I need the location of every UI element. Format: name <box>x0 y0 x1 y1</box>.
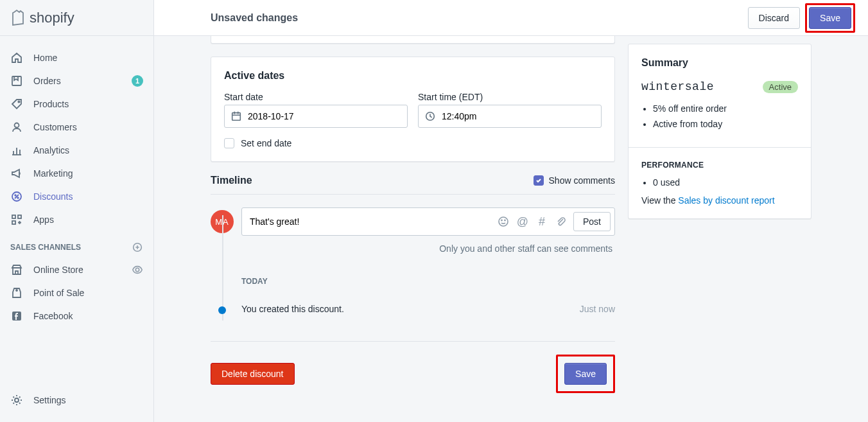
summary-title: Summary <box>641 57 798 69</box>
orders-badge: 1 <box>132 75 143 87</box>
timeline-day-label: TODAY <box>241 254 615 296</box>
main: Unsaved changes Discard Save Active date… <box>154 0 868 422</box>
comment-input[interactable] <box>250 216 496 227</box>
start-time-field[interactable] <box>442 105 601 127</box>
comment-compose[interactable]: @ # Post <box>241 207 615 236</box>
svg-point-16 <box>499 217 508 226</box>
customers-icon <box>10 121 23 134</box>
analytics-icon <box>10 144 23 157</box>
svg-point-11 <box>16 290 17 291</box>
show-comments-toggle[interactable]: Show comments <box>534 175 615 186</box>
start-date-label: Start date <box>224 92 408 102</box>
svg-point-18 <box>505 220 505 220</box>
show-comments-checkbox[interactable] <box>534 175 544 186</box>
discounts-icon <box>10 190 23 203</box>
show-comments-label: Show comments <box>549 175 615 186</box>
timeline-section: Timeline Show comments MA <box>211 162 615 326</box>
brand-name: shopify <box>30 10 74 26</box>
start-date-input[interactable] <box>224 105 408 128</box>
home-icon <box>10 51 23 64</box>
nav-label: Customers <box>33 122 77 132</box>
svg-point-1 <box>18 101 19 102</box>
start-date-field[interactable] <box>248 105 407 127</box>
discount-code-name: wintersale <box>641 80 714 93</box>
online-store-icon <box>10 263 23 276</box>
brand-logo: shopify <box>0 0 153 36</box>
svg-rect-14 <box>232 113 241 121</box>
nav-label: Products <box>33 99 69 109</box>
nav-label: Facebook <box>33 311 73 321</box>
orders-icon <box>10 75 23 87</box>
svg-point-10 <box>135 268 139 271</box>
nav-online-store[interactable]: Online Store <box>0 258 153 281</box>
previous-card-stub <box>211 36 615 44</box>
nav-facebook[interactable]: Facebook <box>0 304 153 328</box>
save-highlight-top: Save <box>805 3 855 33</box>
save-button-bottom[interactable]: Save <box>564 363 607 385</box>
add-channel-icon[interactable] <box>132 242 143 253</box>
view-store-icon[interactable] <box>132 264 143 276</box>
svg-point-4 <box>15 195 16 196</box>
header-actions: Discard Save <box>748 3 855 33</box>
nav-label: Point of Sale <box>33 288 84 298</box>
timeline-event: You created this discount. Just now <box>241 296 615 326</box>
summary-panel: Summary wintersale Active 5% off entire … <box>628 36 812 219</box>
active-dates-title: Active dates <box>224 70 602 82</box>
mention-icon[interactable]: @ <box>516 215 530 229</box>
nav-orders[interactable]: Orders 1 <box>0 69 153 92</box>
primary-nav: Home Orders 1 Products Customers Analyti… <box>0 36 153 383</box>
nav-apps[interactable]: Apps <box>0 208 153 231</box>
marketing-icon <box>10 167 23 180</box>
performance-bullets: 0 used <box>641 177 798 188</box>
post-button[interactable]: Post <box>573 212 611 231</box>
timeline-title: Timeline <box>211 175 252 186</box>
start-time-label: Start time (EDT) <box>418 92 602 102</box>
svg-rect-8 <box>12 221 15 224</box>
nav-label: Orders <box>33 76 61 86</box>
start-time-input[interactable] <box>418 105 602 128</box>
discard-button[interactable]: Discard <box>748 7 800 29</box>
comment-hint: Only you and other staff can see comment… <box>211 240 615 254</box>
save-button-top[interactable]: Save <box>809 7 851 29</box>
nav-footer: Settings <box>0 383 153 422</box>
set-end-date-checkbox[interactable] <box>224 138 234 148</box>
nav-analytics[interactable]: Analytics <box>0 139 153 162</box>
nav-marketing[interactable]: Marketing <box>0 162 153 185</box>
nav-discounts[interactable]: Discounts <box>0 185 153 208</box>
timeline-event-time: Just now <box>580 304 615 314</box>
sales-report-link[interactable]: Sales by discount report <box>678 195 774 206</box>
svg-rect-6 <box>12 215 15 218</box>
report-link-row: View the Sales by discount report <box>641 195 798 206</box>
products-icon <box>10 98 23 110</box>
settings-icon <box>10 394 23 407</box>
calendar-icon <box>225 110 248 122</box>
svg-point-2 <box>15 123 19 128</box>
sidebar: shopify Home Orders 1 Products Customers <box>0 0 154 422</box>
nav-products[interactable]: Products <box>0 92 153 116</box>
summary-bullet: Active from today <box>653 119 798 129</box>
shopify-icon <box>10 9 26 27</box>
nav-customers[interactable]: Customers <box>0 116 153 139</box>
delete-discount-button[interactable]: Delete discount <box>211 363 295 385</box>
hashtag-icon[interactable]: # <box>535 215 549 229</box>
page-content: Active dates Start date <box>154 36 868 422</box>
summary-bullets: 5% off entire order Active from today <box>641 103 798 129</box>
nav-settings[interactable]: Settings <box>0 389 153 412</box>
svg-point-5 <box>17 197 19 198</box>
report-link-prefix: View the <box>641 195 678 206</box>
timeline-dot <box>218 306 226 314</box>
page-header: Unsaved changes Discard Save <box>154 0 868 36</box>
nav-label: Analytics <box>33 145 69 155</box>
timeline-line <box>222 215 223 321</box>
nav-point-of-sale[interactable]: Point of Sale <box>0 281 153 304</box>
nav-label: Marketing <box>33 168 73 179</box>
page-title: Unsaved changes <box>211 12 298 24</box>
nav-home[interactable]: Home <box>0 46 153 69</box>
emoji-icon[interactable] <box>496 215 510 229</box>
svg-point-17 <box>501 220 502 220</box>
sales-channels-header: SALES CHANNELS <box>0 231 153 258</box>
nav-label: Discounts <box>33 191 73 202</box>
attach-icon[interactable] <box>554 215 568 229</box>
page-footer: Delete discount Save <box>211 341 615 406</box>
summary-bullet: 5% off entire order <box>653 103 798 114</box>
